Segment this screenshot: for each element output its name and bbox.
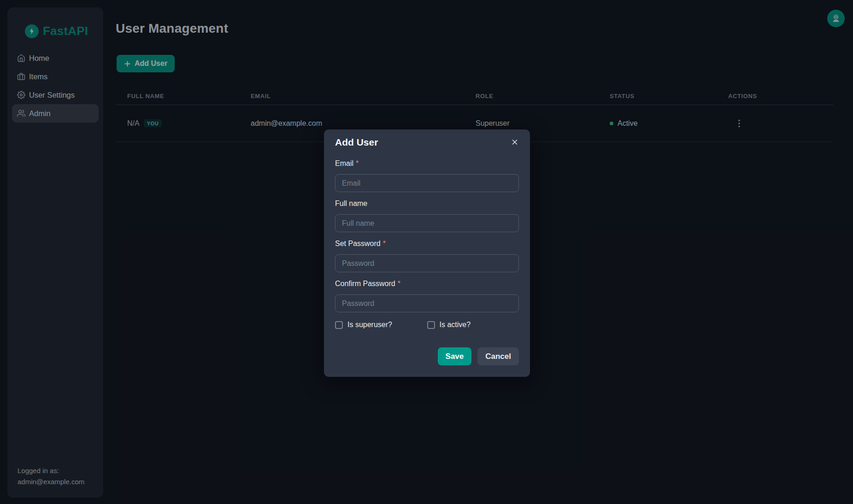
checkbox-box[interactable] (427, 321, 435, 329)
full-name-field-group: Full name (335, 199, 519, 232)
required-asterisk: * (356, 159, 359, 167)
set-password-field-group: Set Password* (335, 240, 519, 272)
full-name-label: Full name (335, 199, 519, 208)
email-label: Email* (335, 159, 519, 168)
field-label-text: Set Password (335, 240, 381, 247)
field-label-text: Full name (335, 199, 367, 207)
email-field[interactable] (335, 174, 519, 192)
field-label-text: Email (335, 159, 353, 167)
set-password-label: Set Password* (335, 240, 519, 248)
modal-header: Add User (335, 137, 519, 148)
confirm-password-label: Confirm Password* (335, 280, 519, 288)
modal-body: Email* Full name Set Password* Confirm P… (335, 159, 519, 329)
checkbox-box[interactable] (335, 321, 343, 329)
checkbox-label: Is superuser? (347, 321, 392, 329)
confirm-password-field[interactable] (335, 294, 519, 312)
modal-footer: Save Cancel (335, 347, 519, 365)
close-icon (511, 138, 519, 147)
save-button[interactable]: Save (438, 347, 472, 365)
checkbox-row: Is superuser? Is active? (335, 321, 519, 329)
modal-title: Add User (335, 137, 378, 147)
cancel-button[interactable]: Cancel (477, 347, 519, 365)
is-active-checkbox[interactable]: Is active? (427, 321, 519, 329)
confirm-password-field-group: Confirm Password* (335, 280, 519, 312)
set-password-field[interactable] (335, 254, 519, 272)
field-label-text: Confirm Password (335, 280, 395, 287)
checkbox-label: Is active? (440, 321, 471, 329)
is-superuser-checkbox[interactable]: Is superuser? (335, 321, 427, 329)
modal-close-button[interactable] (508, 135, 522, 149)
add-user-modal: Add User Email* Full name Set Password* (324, 129, 530, 377)
required-asterisk: * (398, 280, 400, 287)
email-field-group: Email* (335, 159, 519, 192)
full-name-field[interactable] (335, 214, 519, 232)
required-asterisk: * (383, 240, 386, 247)
